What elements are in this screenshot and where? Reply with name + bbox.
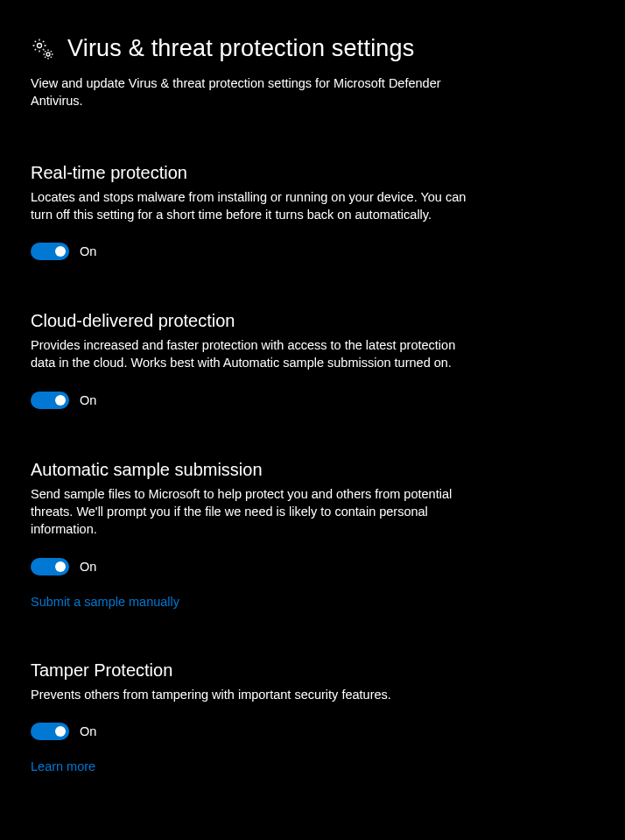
section-description: Provides increased and faster protection… bbox=[31, 336, 467, 372]
section-realtime-protection: Real-time protection Locates and stops m… bbox=[31, 163, 594, 261]
sample-submission-toggle[interactable] bbox=[31, 558, 69, 575]
section-tamper-protection: Tamper Protection Prevents others from t… bbox=[31, 660, 594, 774]
toggle-state-label: On bbox=[80, 724, 96, 738]
toggle-state-label: On bbox=[80, 393, 96, 407]
cloud-protection-toggle[interactable] bbox=[31, 392, 69, 409]
toggle-knob bbox=[55, 561, 66, 572]
toggle-knob bbox=[55, 246, 66, 257]
toggle-state-label: On bbox=[80, 560, 96, 574]
toggle-knob bbox=[55, 395, 66, 406]
section-description: Prevents others from tampering with impo… bbox=[31, 686, 467, 703]
section-description: Locates and stops malware from installin… bbox=[31, 188, 467, 224]
svg-point-0 bbox=[38, 43, 42, 47]
page-subtitle: View and update Virus & threat protectio… bbox=[31, 74, 451, 110]
page-header: Virus & threat protection settings bbox=[31, 35, 594, 62]
section-title: Cloud-delivered protection bbox=[31, 311, 594, 331]
toggle-row: On bbox=[31, 558, 594, 575]
section-title: Automatic sample submission bbox=[31, 460, 594, 480]
learn-more-link[interactable]: Learn more bbox=[31, 759, 95, 773]
page-title: Virus & threat protection settings bbox=[67, 35, 415, 62]
toggle-row: On bbox=[31, 392, 594, 409]
svg-point-1 bbox=[46, 53, 50, 56]
toggle-knob bbox=[55, 726, 66, 737]
gears-icon bbox=[31, 37, 55, 61]
realtime-protection-toggle[interactable] bbox=[31, 243, 69, 260]
section-description: Send sample files to Microsoft to help p… bbox=[31, 485, 467, 539]
section-title: Tamper Protection bbox=[31, 660, 594, 681]
submit-sample-link[interactable]: Submit a sample manually bbox=[31, 595, 179, 609]
toggle-row: On bbox=[31, 723, 594, 740]
tamper-protection-toggle[interactable] bbox=[31, 723, 69, 740]
section-title: Real-time protection bbox=[31, 163, 594, 183]
toggle-row: On bbox=[31, 243, 594, 260]
section-cloud-delivered-protection: Cloud-delivered protection Provides incr… bbox=[31, 311, 594, 409]
section-automatic-sample-submission: Automatic sample submission Send sample … bbox=[31, 460, 594, 610]
toggle-state-label: On bbox=[80, 244, 96, 258]
